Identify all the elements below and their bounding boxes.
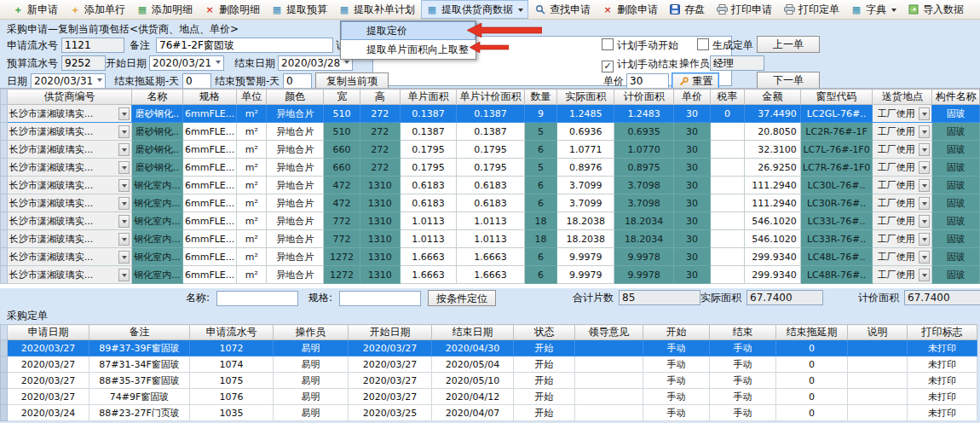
column-header[interactable]: 领导意见 [575, 325, 643, 340]
grid-cell[interactable]: 6 [524, 266, 557, 284]
grid-cell[interactable]: 异地合片 [267, 105, 323, 123]
grid-cell[interactable]: 异地合片 [267, 230, 323, 248]
table-row[interactable]: 长沙市潇湘玻璃实...磨砂钢化..6mmFLE...m²异地合片5102720.… [1, 105, 980, 123]
grid-cell[interactable]: 2020/03/27 [349, 340, 432, 356]
grid-cell[interactable]: 工厂使用 [873, 230, 932, 248]
grid-cell[interactable]: 2020/03/25 [349, 405, 432, 421]
grid-cell[interactable]: 易明 [274, 373, 349, 389]
chevron-down-icon[interactable] [118, 107, 130, 120]
grid-cell[interactable]: 异地合片 [267, 177, 323, 194]
grid-cell[interactable] [710, 230, 745, 248]
grid-cell[interactable]: 299.9340 [745, 248, 800, 266]
grid-cell[interactable]: 2020/04/12 [432, 389, 514, 405]
grid-cell[interactable] [710, 159, 745, 177]
grid-cell[interactable]: 开始 [514, 405, 575, 421]
grid-cell[interactable]: 111.2940 [745, 177, 800, 194]
grid-cell[interactable] [848, 340, 908, 356]
print-request-button[interactable]: 打印申请 [711, 0, 777, 19]
column-header[interactable]: 规格 [182, 90, 236, 105]
grid-cell[interactable]: m² [237, 177, 267, 194]
grid-cell[interactable]: 钢化室内... [132, 194, 183, 212]
grid-cell[interactable]: 磨砂钢化.. [132, 141, 183, 159]
column-header[interactable]: 数量 [524, 90, 557, 105]
grid-cell[interactable]: 工厂使用 [873, 194, 932, 212]
chevron-down-icon[interactable] [118, 233, 130, 246]
save-button[interactable]: 存盘 [664, 0, 710, 19]
plan-manual-start-checkbox[interactable] [602, 38, 614, 50]
locate-by-condition-button[interactable]: 按条件定位 [428, 290, 496, 306]
grid-cell[interactable]: 18.2038 [557, 230, 614, 248]
grid-cell[interactable]: 6mmFLE... [182, 105, 236, 123]
grid-cell[interactable]: 工厂使用 [873, 266, 932, 284]
grid-cell[interactable]: 1310 [360, 177, 400, 194]
add-row-button[interactable]: ＋添加单行 [64, 0, 130, 19]
grid-cell[interactable]: 6 [524, 248, 557, 266]
grid-cell[interactable]: 0.1795 [400, 159, 456, 177]
column-header[interactable]: 送货地点 [873, 90, 932, 105]
grid-cell[interactable]: 手动 [643, 340, 710, 356]
grid-cell[interactable] [710, 177, 745, 194]
grid-cell[interactable]: 长沙市潇湘玻璃实... [7, 141, 131, 159]
dictionary-button[interactable]: ▦字典 [845, 0, 902, 19]
extract-supplier-data-button[interactable]: ▦提取供货商数据 [421, 0, 528, 19]
grid-cell[interactable] [710, 194, 745, 212]
chevron-down-icon[interactable] [919, 233, 930, 246]
grid-cell[interactable] [575, 389, 643, 405]
delete-detail-button[interactable]: ×删除明细 [199, 0, 265, 19]
grid-cell[interactable]: 异地合片 [267, 212, 323, 230]
table-row[interactable]: 长沙市潇湘玻璃实...钢化室内...6mmFLE...m²异地合片7721310… [1, 230, 980, 248]
grid-cell[interactable]: 磨砂钢化.. [132, 159, 183, 177]
chevron-down-icon[interactable] [118, 215, 130, 228]
grid-cell[interactable]: 固玻 [932, 266, 980, 284]
grid-cell[interactable]: 2020/03/27 [8, 356, 89, 373]
grid-cell[interactable]: 30 [674, 248, 710, 266]
column-header[interactable]: 申请日期 [8, 325, 89, 340]
chevron-down-icon[interactable] [919, 215, 930, 228]
budget-no-field[interactable] [61, 55, 106, 71]
table-row[interactable]: 长沙市潇湘玻璃实...钢化室内...6mmFLE...m²异地合片4721310… [1, 194, 980, 212]
grid-cell[interactable]: 5 [524, 123, 557, 141]
grid-cell[interactable]: 0.6183 [400, 194, 456, 212]
grid-cell[interactable]: 30 [674, 159, 710, 177]
grid-cell[interactable]: 9.9978 [614, 266, 674, 284]
grid-cell[interactable]: 3.7099 [557, 177, 614, 194]
grid-cell[interactable]: 异地合片 [267, 194, 323, 212]
grid-cell[interactable]: 0 [776, 373, 848, 389]
grid-cell[interactable]: m² [237, 141, 267, 159]
grid-cell[interactable]: 工厂使用 [873, 141, 932, 159]
grid-cell[interactable]: 0.1795 [457, 141, 524, 159]
grid-cell[interactable]: 0.6935 [614, 123, 674, 141]
grid-cell[interactable]: LC33R-76#.. [800, 230, 872, 248]
grid-cell[interactable]: 1075 [190, 373, 274, 389]
column-header[interactable]: 高 [360, 90, 400, 105]
grid-cell[interactable]: 111.2940 [745, 194, 800, 212]
row-selector-gutter[interactable] [1, 248, 8, 266]
grid-cell[interactable]: LC33L-76#.. [800, 212, 872, 230]
grid-cell[interactable]: 钢化室内... [132, 266, 183, 284]
column-header[interactable]: 开始 [643, 325, 710, 340]
grid-cell[interactable]: 88#23-27F门页玻 [89, 405, 190, 421]
grid-cell[interactable]: 546.1020 [745, 212, 800, 230]
grid-cell[interactable]: m² [237, 159, 267, 177]
grid-cell[interactable]: 固玻 [932, 123, 980, 141]
new-request-button[interactable]: ＋新申请 [7, 0, 63, 19]
grid-cell[interactable]: 手动 [643, 389, 710, 405]
grid-cell[interactable]: 长沙市潇湘玻璃实... [7, 194, 131, 212]
grid-cell[interactable]: 手动 [710, 373, 776, 389]
grid-cell[interactable]: 6 [524, 194, 557, 212]
grid-cell[interactable]: 30 [674, 194, 710, 212]
grid-cell[interactable]: 272 [360, 123, 400, 141]
grid-cell[interactable]: 手动 [710, 356, 776, 373]
grid-cell[interactable]: 磨砂钢化.. [132, 123, 183, 141]
grid-cell[interactable] [848, 405, 908, 421]
grid-cell[interactable]: LC7L-76#-1F0 [800, 141, 872, 159]
row-selector-gutter[interactable] [1, 159, 8, 177]
grid-cell[interactable]: 0.8975 [614, 159, 674, 177]
grid-cell[interactable]: 磨砂钢化.. [132, 105, 183, 123]
grid-cell[interactable]: LC2GL-76#.. [800, 105, 872, 123]
grid-cell[interactable]: 0.1795 [400, 141, 456, 159]
find-request-button[interactable]: 查找申请 [529, 0, 596, 19]
end-warning-field[interactable] [283, 73, 312, 89]
column-header[interactable]: 结束日期 [432, 325, 514, 340]
column-header[interactable]: 单价 [674, 90, 710, 105]
